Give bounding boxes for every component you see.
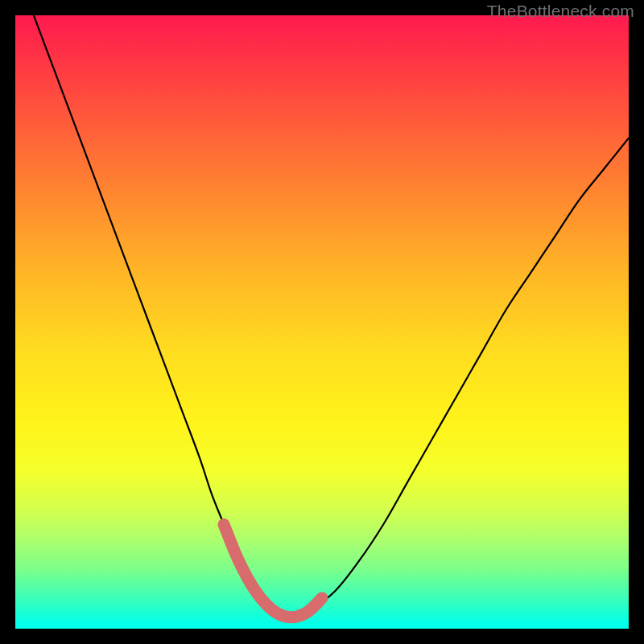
highlight-segment-line [224, 524, 322, 617]
bottleneck-curve-line [34, 15, 629, 617]
watermark-text: TheBottleneck.com [487, 2, 634, 21]
bottleneck-chart [15, 15, 629, 629]
